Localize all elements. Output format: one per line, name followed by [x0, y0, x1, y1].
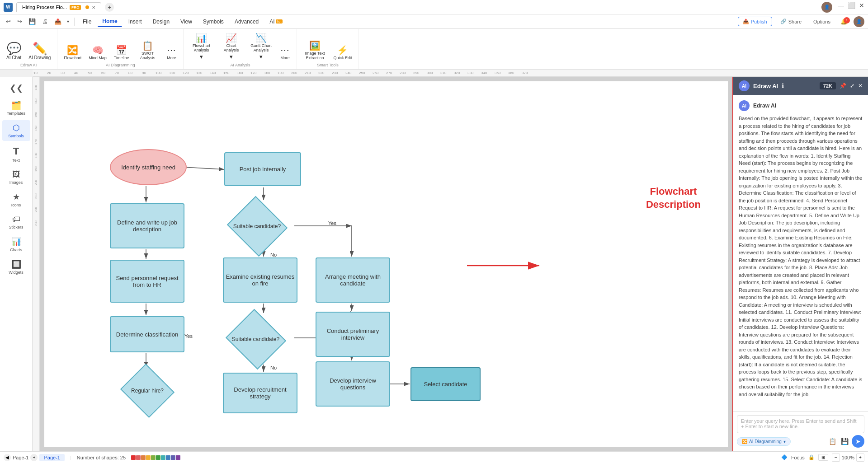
more1-icon: ⋯ — [167, 46, 176, 55]
node-determine[interactable]: Determine classification — [110, 316, 184, 352]
ai-diagramming-icon: 🔀 — [742, 439, 747, 444]
menu-home-item[interactable]: Home — [98, 16, 122, 27]
focus-btn[interactable]: Focus — [791, 455, 805, 460]
menu-symbols[interactable]: Symbols — [198, 17, 228, 27]
menu-insert[interactable]: Insert — [124, 17, 146, 27]
page-prev-btn[interactable]: ◀ — [4, 454, 11, 461]
chart-analysis-btn[interactable]: 📈 Chart Analysis ▾ — [217, 32, 245, 62]
gantt-analysis-btn[interactable]: 📉 Gantt Chart Analysis ▾ — [247, 32, 275, 62]
undo-btn[interactable]: ↩ — [4, 17, 13, 26]
zoom-fit-btn[interactable]: ⊞ — [818, 454, 828, 461]
node-conduct[interactable]: Conduct preliminary interview — [316, 312, 390, 357]
flowchart-analysis-icon: 📊 — [196, 33, 207, 42]
timeline-btn[interactable]: 📅 Timeline — [111, 44, 132, 62]
image-text-btn[interactable]: 🖼️ Image Text Extraction — [301, 39, 329, 62]
zoom-level: 100% — [842, 455, 854, 460]
swot-btn[interactable]: 📋 SWOT Analysis — [133, 39, 161, 62]
node-select[interactable]: Select candidate — [410, 367, 481, 401]
node-regular-wrapper[interactable]: Regular hire? — [118, 368, 177, 413]
canvas-area[interactable]: Yes No Yes No Yes Identify staffing need… — [40, 77, 732, 451]
titlebar: W Hiring Process Flo... PRO ✕ + 👤 — ⬜ ✕ — [0, 0, 868, 14]
zoom-out-btn[interactable]: − — [832, 454, 840, 462]
ai-chat-icon: 💬 — [7, 42, 21, 54]
gantt-analysis-icon: 📉 — [255, 33, 267, 42]
flowchart-btn[interactable]: 🔀 Flowchart — [61, 44, 84, 62]
options-btn[interactable]: Options — [810, 18, 834, 26]
save-btn[interactable]: 💾 — [26, 17, 38, 26]
ribbon-group-analysis-label: AI Analysis — [230, 62, 250, 67]
flowchart-container[interactable]: Yes No Yes No Yes Identify staffing need… — [44, 81, 728, 447]
ai-chat-btn[interactable]: 💬 AI Chat — [4, 41, 24, 62]
sidebar-item-charts[interactable]: 📊 Charts — [2, 234, 30, 255]
print-btn[interactable]: 🖨 — [40, 17, 50, 26]
ai-save-btn[interactable]: 💾 — [840, 435, 850, 448]
node-identify[interactable]: Identify staffing need — [110, 149, 187, 185]
node-suitable1-wrapper[interactable]: Suitable candidate? — [224, 200, 290, 252]
color-blue — [166, 455, 170, 460]
menu-home[interactable]: File — [78, 17, 96, 27]
more2-btn[interactable]: ⋯ More — [277, 44, 293, 62]
tab-close-btn[interactable]: ✕ — [92, 5, 95, 10]
export-btn[interactable]: 📤 — [52, 17, 64, 26]
node-send-personnel[interactable]: Send personnel request from to HR — [110, 260, 184, 303]
sidebar-item-symbols[interactable]: ⬡ Symbols — [2, 120, 30, 141]
ai-diagramming-btn[interactable]: 🔀 AI Diagramming ▾ — [737, 437, 791, 446]
mind-map-btn[interactable]: 🧠 Mind Map — [86, 44, 109, 62]
flowchart-analysis-btn[interactable]: 📊 Flowchart Analysis ▾ — [187, 32, 215, 62]
tab-1[interactable]: Hiring Process Flo... PRO ✕ — [16, 2, 101, 12]
more1-label: More — [167, 56, 176, 60]
ruler-tick-360: 360 — [507, 71, 521, 75]
ruler-v-130: 130 — [34, 77, 38, 90]
new-tab-btn[interactable]: + — [105, 3, 114, 12]
window-controls: 👤 — ⬜ ✕ — [821, 2, 864, 13]
main-layout: ❮❮ 🗂️ Templates ⬡ Symbols T Text 🖼 Image… — [0, 77, 868, 451]
restore-btn[interactable]: ⬜ — [848, 2, 855, 13]
user-avatar-menu[interactable]: 👤 — [854, 16, 864, 27]
ai-panel-info-btn[interactable]: ℹ — [782, 82, 784, 89]
publish-btn[interactable]: 📤Publish — [738, 17, 772, 26]
ruler-v-190: 190 — [34, 158, 38, 172]
ai-panel-expand-btn[interactable]: ⤢ — [850, 83, 854, 89]
node-post-job[interactable]: Post job internally — [224, 152, 301, 186]
menu-design[interactable]: Design — [148, 17, 174, 27]
menu-ai[interactable]: AI hot — [265, 17, 287, 27]
sidebar-item-text[interactable]: T Text — [2, 143, 30, 165]
close-btn[interactable]: ✕ — [859, 2, 864, 13]
ai-input-area[interactable]: Enter your query here. Press Enter to se… — [737, 415, 864, 433]
menu-advanced[interactable]: Advanced — [230, 17, 263, 27]
zoom-in-btn[interactable]: + — [856, 454, 864, 462]
ai-panel-pin-btn[interactable]: 📌 — [840, 83, 846, 89]
ai-panel: AI Edraw AI ℹ 72K 📌 ⤢ ✕ AI Edraw AI Base… — [732, 77, 868, 451]
node-define-job[interactable]: Define and write up job description — [110, 203, 184, 248]
page-add-btn[interactable]: + — [30, 454, 38, 461]
quick-edit-btn[interactable]: ⚡ Quick Edit — [330, 44, 354, 62]
node-develop-interview[interactable]: Develop interview questions — [316, 361, 390, 407]
ai-copy-btn[interactable]: 📋 — [827, 435, 838, 448]
sidebar-expand-btn[interactable]: ❮❮ — [2, 80, 30, 96]
more1-btn[interactable]: ⋯ More — [163, 44, 179, 62]
user-avatar[interactable]: 👤 — [821, 2, 832, 13]
sidebar-item-templates[interactable]: 🗂️ Templates — [2, 98, 30, 118]
sidebar-item-icons[interactable]: ★ Icons — [2, 189, 30, 210]
ai-drawing-btn[interactable]: ✏️ AI Drawing — [26, 41, 53, 62]
ribbon-analysis-items: 📊 Flowchart Analysis ▾ 📈 Chart Analysis … — [187, 31, 293, 62]
ai-send-btn[interactable]: ➤ — [852, 435, 864, 448]
ai-panel-close-btn[interactable]: ✕ — [858, 83, 863, 89]
color-lime — [151, 455, 156, 460]
sidebar-item-stickers[interactable]: 🏷 Stickers — [2, 212, 30, 232]
minimize-btn[interactable]: — — [838, 2, 844, 13]
page-name: Page-1 — [13, 455, 28, 460]
node-arrange[interactable]: Arrange meeting with candidate — [316, 257, 390, 303]
redo-btn[interactable]: ↪ — [15, 17, 24, 26]
more-undo-btn[interactable]: ▾ — [66, 18, 71, 25]
node-suitable2-wrapper[interactable]: Suitable candidate? — [223, 313, 288, 365]
ruler-v-220: 220 — [34, 199, 38, 212]
sidebar-item-widgets[interactable]: 🔲 Widgets — [2, 257, 30, 277]
menu-view[interactable]: View — [176, 17, 197, 27]
share-btn[interactable]: 🔗Share — [776, 17, 806, 26]
left-sidebar: ❮❮ 🗂️ Templates ⬡ Symbols T Text 🖼 Image… — [0, 77, 33, 451]
canvas-content[interactable]: Yes No Yes No Yes Identify staffing need… — [44, 81, 728, 447]
node-examine[interactable]: Examine existing resumes on fire — [223, 257, 297, 303]
node-develop-recruit[interactable]: Develop recruitment strategy — [223, 373, 297, 413]
sidebar-item-images[interactable]: 🖼 Images — [2, 167, 30, 187]
